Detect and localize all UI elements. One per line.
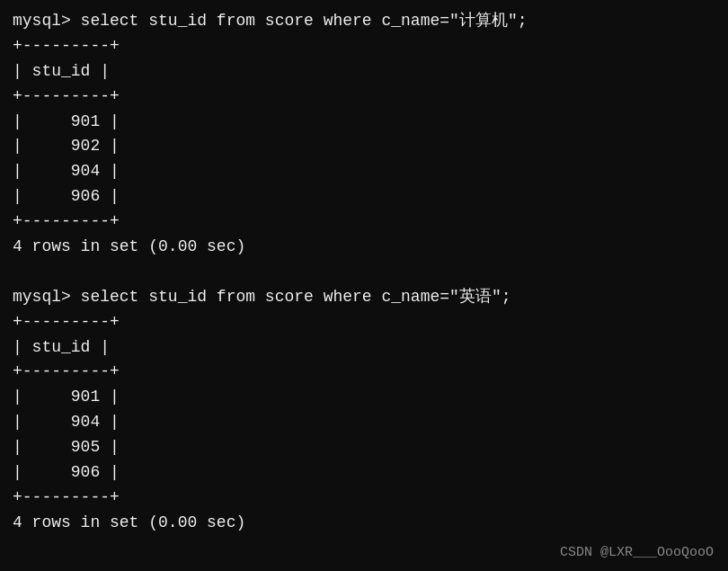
sep-mid-2: +---------+ bbox=[13, 360, 715, 385]
terminal-output: mysql> select stu_id from score where c_… bbox=[13, 9, 715, 536]
result-2: 4 rows in set (0.00 sec) bbox=[13, 511, 715, 536]
row-2-3: | 905 | bbox=[13, 435, 715, 460]
row-2-2: | 904 | bbox=[13, 410, 715, 435]
command-1: mysql> select stu_id from score where c_… bbox=[13, 9, 715, 34]
header-1: | stu_id | bbox=[13, 59, 715, 85]
sep-bot-2: +---------+ bbox=[13, 486, 715, 511]
sep-top-1: +---------+ bbox=[13, 34, 715, 59]
sep-top-2: +---------+ bbox=[13, 310, 715, 335]
row-1-1: | 901 | bbox=[13, 110, 715, 135]
block1: mysql> select stu_id from score where c_… bbox=[13, 9, 715, 260]
blank-line bbox=[13, 260, 715, 285]
sep-bot-1: +---------+ bbox=[13, 210, 715, 235]
row-2-4: | 906 | bbox=[13, 460, 715, 486]
block2: mysql> select stu_id from score where c_… bbox=[13, 285, 715, 536]
row-1-3: | 904 | bbox=[13, 159, 715, 184]
watermark: CSDN @LXR___OooQooO bbox=[560, 545, 714, 560]
sep-mid-1: +---------+ bbox=[13, 85, 715, 110]
row-1-2: | 902 | bbox=[13, 134, 715, 159]
header-2: | stu_id | bbox=[13, 335, 715, 361]
command-2: mysql> select stu_id from score where c_… bbox=[13, 285, 715, 310]
row-2-1: | 901 | bbox=[13, 385, 715, 410]
row-1-4: | 906 | bbox=[13, 184, 715, 210]
result-1: 4 rows in set (0.00 sec) bbox=[13, 235, 715, 260]
